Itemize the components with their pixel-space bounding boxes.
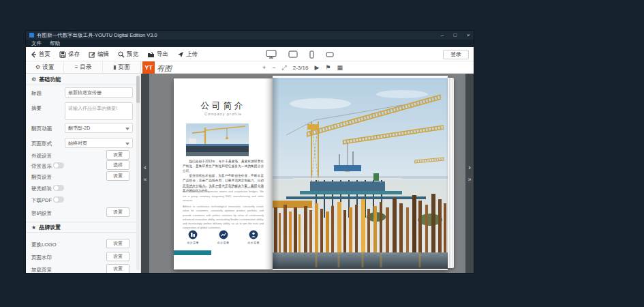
minimize-button[interactable]: –	[440, 32, 445, 38]
sidebar-scrollbar-thumb[interactable]	[136, 76, 140, 103]
titlebar: 有图新一代数字出版工具-YOUTU Digital Edition V3.0 –…	[26, 31, 474, 40]
save-label: 保存	[68, 50, 80, 59]
flip-anim-label: 翻页动画	[31, 126, 52, 132]
title-input[interactable]	[65, 87, 133, 98]
search-icon	[118, 51, 125, 58]
home-button[interactable]: 首页	[30, 50, 50, 59]
person-icon	[249, 230, 258, 239]
thumbnails-grid-icon[interactable]: ▦	[337, 65, 343, 71]
tab-catalog[interactable]: ≡ 目录	[64, 61, 102, 73]
menubar: 文件 帮助	[26, 40, 474, 47]
close-button[interactable]: ×	[465, 32, 471, 38]
export-button[interactable]: 导出	[147, 50, 168, 59]
password-set-button[interactable]: 设置	[106, 207, 129, 217]
double-chevron-left-icon[interactable]: «	[143, 177, 147, 183]
upload-label: 上传	[186, 50, 198, 59]
export-label: 导出	[157, 50, 168, 59]
sidebar-scrollbar-track	[136, 75, 140, 270]
edit-pencil-icon	[89, 51, 95, 58]
window-controls: – □ ×	[440, 31, 471, 40]
save-button[interactable]: 保存	[59, 50, 80, 59]
app-icon	[29, 33, 34, 38]
main-toolbar: 首页 保存 编辑 预览 导出	[26, 47, 474, 61]
edit-label: 编辑	[97, 50, 109, 59]
change-logo-label: 更换LOGO	[31, 242, 57, 248]
star-icon: ★	[31, 224, 36, 231]
tablet-icon[interactable]	[288, 50, 298, 58]
page-form-select[interactable]: 始终对页	[65, 138, 133, 148]
link-caption: 点击查看	[187, 241, 199, 244]
page-subtitle: Company profile	[174, 112, 273, 116]
app-window: 有图新一代数字出版工具-YOUTU Digital Edition V3.0 –…	[26, 31, 474, 273]
link-item-team[interactable]: 点击查看	[243, 230, 264, 244]
viewer-toolbar: YT 有图 + − ⤢ 2-3/16 ▶ ⚑ ▦	[141, 61, 474, 74]
appearance-label: 外观设置	[31, 153, 52, 160]
building-icon	[188, 230, 198, 239]
zoom-in-icon[interactable]: +	[262, 65, 266, 71]
flip-settings-label: 翻页设置	[31, 174, 52, 181]
link-item-company[interactable]: 点击查看	[183, 230, 203, 244]
hardcover-label: 硬壳精装	[31, 186, 52, 192]
flip-anim-value: 翻书型-2D	[68, 125, 90, 132]
logo-name: 有图	[157, 64, 172, 72]
next-nav-strip: › »	[465, 74, 474, 273]
prev-nav-strip: ‹ «	[141, 74, 149, 273]
tab-pages[interactable]: ▮ 页面	[103, 61, 140, 73]
bg-music-toggle[interactable]	[53, 162, 64, 169]
tab-settings[interactable]: ⚙ 设置	[26, 61, 64, 73]
section-basic-functions: ⚙ 基础功能	[26, 74, 140, 85]
bg-music-choose-button[interactable]: 选择	[106, 160, 129, 170]
zoom-out-icon[interactable]: −	[272, 65, 275, 71]
desktop-icon[interactable]	[266, 50, 277, 59]
upload-button[interactable]: 上传	[177, 50, 198, 59]
page-form-value: 始终对页	[68, 140, 87, 147]
flip-anim-select[interactable]: 翻书型-2D	[65, 123, 133, 133]
tab-pages-label: 页面	[119, 63, 130, 72]
password-label: 密码设置	[31, 210, 52, 217]
page-title: 公司简介	[174, 100, 273, 112]
link-caption: 点击查看	[217, 241, 230, 244]
chevron-left-icon[interactable]: ‹	[144, 164, 147, 171]
teal-accent-bar	[174, 250, 211, 255]
window-body: ⚙ 基础功能 标题 摘要 翻页动画 翻书型-2D 页面形式 始终对页 外观设置	[26, 74, 474, 273]
page-stack-edge[interactable]	[448, 78, 454, 268]
pdf-toggle[interactable]	[53, 196, 64, 203]
preview-button[interactable]: 预览	[118, 50, 138, 59]
chevron-down-icon	[125, 128, 129, 130]
bookmark-flag-icon[interactable]: ⚑	[325, 65, 331, 71]
autoplay-icon[interactable]: ▶	[314, 65, 319, 71]
edit-button[interactable]: 编辑	[89, 50, 109, 59]
viewer-controls: + − ⤢ 2-3/16 ▶ ⚑ ▦	[262, 61, 343, 74]
sidebar-tabs: ⚙ 设置 ≡ 目录 ▮ 页面	[26, 61, 141, 74]
export-icon	[147, 51, 155, 58]
phone-icon[interactable]	[309, 50, 314, 59]
watermark-label: 页面水印	[31, 254, 52, 261]
preview-label: 预览	[127, 50, 138, 59]
list-icon: ≡	[75, 64, 78, 70]
maximize-button[interactable]: □	[453, 32, 458, 38]
appearance-set-button[interactable]: 设置	[106, 150, 129, 160]
flipbook-viewer: ‹ « › » 公司简介 Company profile	[141, 74, 474, 273]
menu-item-file[interactable]: 文件	[31, 40, 42, 47]
loading-bg-button[interactable]: 设置	[106, 264, 129, 273]
link-item-performance[interactable]: 点击查看	[213, 230, 234, 244]
bg-music-label: 背景音乐	[31, 163, 52, 170]
loading-bg-label: 加载背景	[31, 267, 52, 273]
change-logo-button[interactable]: 设置	[106, 239, 129, 248]
phone-landscape-icon[interactable]	[326, 52, 334, 57]
login-button[interactable]: 登录	[443, 50, 469, 59]
page-icon: ▮	[113, 64, 116, 70]
summary-textarea[interactable]	[65, 102, 133, 120]
chevron-right-icon[interactable]: ›	[468, 164, 471, 171]
flip-settings-button[interactable]: 设置	[106, 171, 129, 181]
back-arrow-icon	[30, 51, 37, 58]
pdf-label: 下载PDF	[31, 197, 52, 204]
upload-plane-icon	[177, 51, 184, 58]
menu-item-help[interactable]: 帮助	[50, 40, 60, 47]
device-preview-group	[266, 47, 334, 61]
hardcover-toggle[interactable]	[53, 185, 64, 191]
watermark-button[interactable]: 设置	[106, 252, 129, 261]
fullscreen-icon[interactable]: ⤢	[282, 65, 287, 71]
desktop-background: 有图新一代数字出版工具-YOUTU Digital Edition V3.0 –…	[0, 0, 644, 307]
double-chevron-right-icon[interactable]: »	[467, 177, 471, 183]
